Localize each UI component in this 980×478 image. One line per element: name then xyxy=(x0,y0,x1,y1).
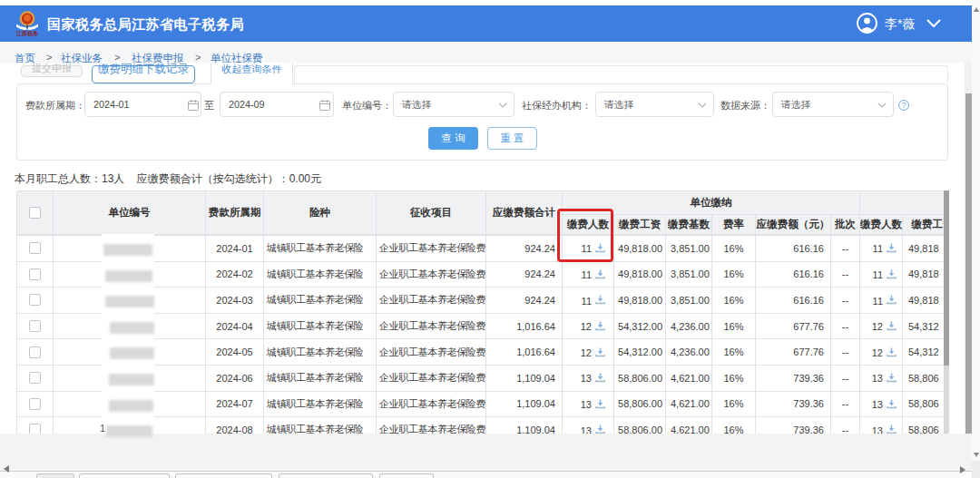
svg-text:江苏税务: 江苏税务 xyxy=(15,30,39,37)
